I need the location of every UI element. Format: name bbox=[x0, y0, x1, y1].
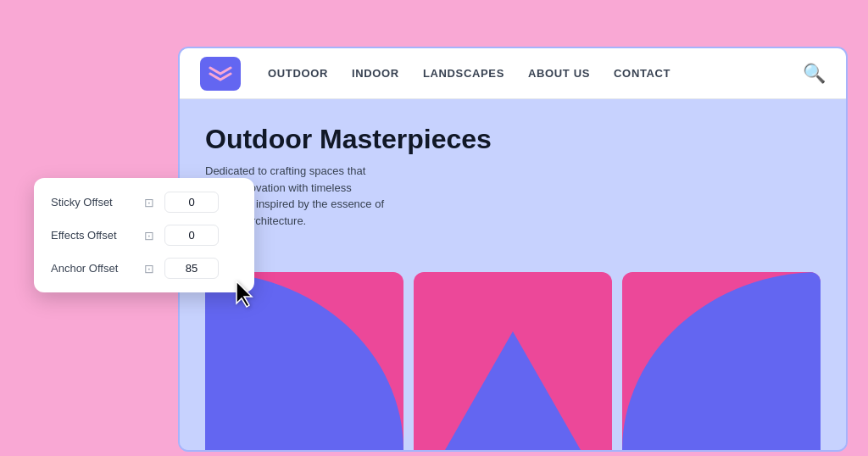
effects-offset-input[interactable] bbox=[164, 225, 219, 246]
main-content: Outdoor Masterpieces Dedicated to crafti… bbox=[180, 99, 846, 450]
hero-title: Outdoor Masterpieces bbox=[205, 125, 821, 154]
anchor-offset-row: Anchor Offset ⊡ bbox=[51, 258, 237, 279]
card-3[interactable]: The Iron Gate Complex bbox=[622, 272, 821, 450]
nav-landscapes[interactable]: LANDSCAPES bbox=[423, 67, 504, 80]
browser-window: + ⠿ × OUTDOOR INDOOR LANDSCAPES ABOUT US… bbox=[178, 47, 848, 452]
search-icon[interactable]: 🔍 bbox=[803, 63, 826, 85]
nav-indoor[interactable]: INDOOR bbox=[352, 67, 399, 80]
nav-links: OUTDOOR INDOOR LANDSCAPES ABOUT US CONTA… bbox=[268, 67, 803, 80]
effects-offset-icon: ⊡ bbox=[144, 229, 154, 242]
logo-icon bbox=[209, 65, 232, 82]
sticky-offset-input[interactable] bbox=[164, 192, 219, 213]
anchor-offset-input[interactable] bbox=[164, 258, 219, 279]
sticky-offset-label: Sticky Offset bbox=[51, 196, 144, 209]
nav-about[interactable]: ABOUT US bbox=[528, 67, 590, 80]
logo[interactable] bbox=[200, 57, 241, 91]
card-2[interactable]: Cedar Ridge Villas bbox=[414, 272, 612, 450]
sticky-offset-row: Sticky Offset ⊡ bbox=[51, 192, 237, 213]
card-1-shape bbox=[205, 272, 403, 450]
card-2-shape bbox=[445, 331, 581, 450]
card-3-shape bbox=[622, 272, 821, 450]
anchor-offset-label: Anchor Offset bbox=[51, 262, 144, 275]
anchor-offset-icon: ⊡ bbox=[144, 262, 154, 275]
card-1[interactable]: The Horizon Terrace bbox=[205, 272, 403, 450]
nav-outdoor[interactable]: OUTDOOR bbox=[268, 67, 328, 80]
sticky-offset-icon: ⊡ bbox=[144, 196, 154, 209]
nav-contact[interactable]: CONTACT bbox=[614, 67, 670, 80]
navbar: OUTDOOR INDOOR LANDSCAPES ABOUT US CONTA… bbox=[180, 48, 846, 99]
effects-offset-label: Effects Offset bbox=[51, 229, 144, 242]
offset-panel: Sticky Offset ⊡ Effects Offset ⊡ Anchor … bbox=[34, 178, 254, 292]
cards-row: The Horizon Terrace Cedar Ridge Villas T… bbox=[205, 272, 821, 450]
effects-offset-row: Effects Offset ⊡ bbox=[51, 225, 237, 246]
